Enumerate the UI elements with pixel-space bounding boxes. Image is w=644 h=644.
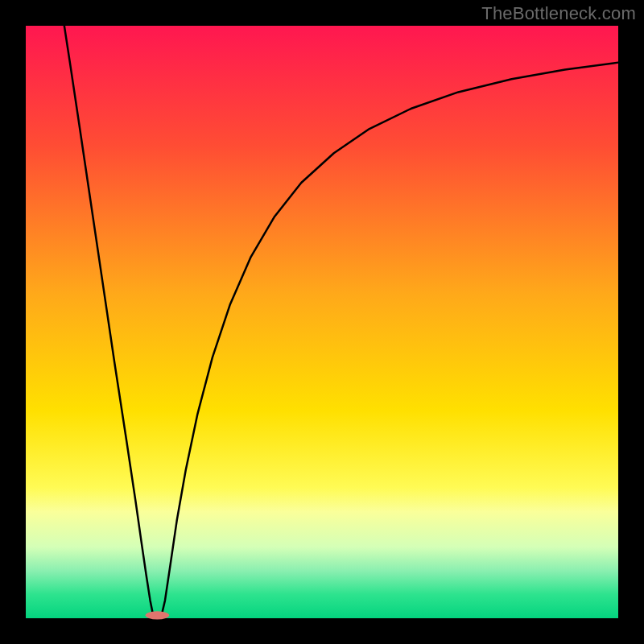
chart-frame: TheBottleneck.com xyxy=(0,0,644,644)
watermark-text: TheBottleneck.com xyxy=(481,3,636,24)
plot-background xyxy=(26,26,618,618)
bottleneck-chart xyxy=(0,0,644,644)
optimal-marker xyxy=(146,611,169,619)
